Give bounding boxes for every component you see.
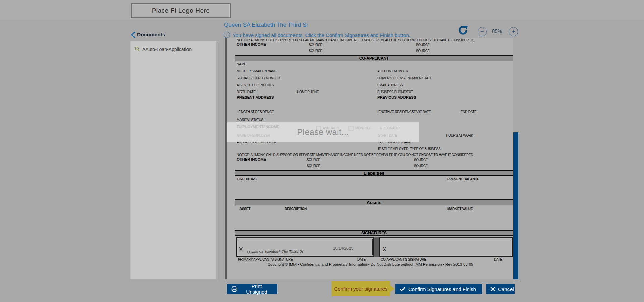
sidebar-item-auto-loan-application[interactable]: AAuto-Loan-Application <box>131 44 218 55</box>
confirm-signatures-finish-button[interactable]: Confirm Signatures and Finish <box>395 284 482 294</box>
field-label: DRIVER'S LICENSE NUMBER/STATE <box>377 76 432 80</box>
co-applicant-signature-box[interactable]: X <box>379 237 513 257</box>
recipient-name: Queen SA Elizabeth The Third Sr <box>224 22 308 28</box>
confirm-finish-label: Confirm Signatures and Finish <box>408 286 476 292</box>
column-header: DESCRIPTION <box>285 207 307 211</box>
zoom-in-button[interactable]: + <box>509 27 518 36</box>
field-label: IF SELF EMPLOYED, TYPE OF BUSINESS <box>378 147 440 151</box>
print-unsigned-label: Print Unsigned <box>240 283 273 295</box>
cancel-label: Cancel <box>498 286 514 292</box>
field-label: MOTHER'S MAIDEN NAME <box>237 69 277 73</box>
field-label: HOME PHONE <box>297 90 319 94</box>
signature-x-mark: X <box>239 247 243 253</box>
tooltip-arrow <box>390 285 394 292</box>
info-message: You have signed all documents. Click the… <box>233 32 410 38</box>
column-header: PRESENT BALANCE <box>447 177 479 181</box>
source-label: SOURCE <box>416 49 430 53</box>
document-page: NOTICE: ALIMONY, CHILD SUPPORT, OR SEPAR… <box>225 38 513 279</box>
section-header-liabilities: Liabilities <box>235 170 513 176</box>
present-address-heading: PRESENT ADDRESS <box>237 95 274 99</box>
info-icon: i <box>224 32 230 38</box>
confirm-signatures-tooltip: Confirm your signatures <box>332 281 390 296</box>
field-label: ACCOUNT NUMBER <box>377 69 408 73</box>
esign-screen: Place FI Logo Here Documents AAuto-Loan-… <box>0 0 644 302</box>
please-wait-text: Please wait... <box>297 127 349 137</box>
field-label: EMAIL ADDRESS <box>377 83 403 87</box>
search-icon <box>135 46 140 52</box>
other-income-heading: OTHER INCOME <box>237 157 266 161</box>
field-label: MARITAL STATUS: <box>237 118 264 122</box>
sidebar-scrollbar[interactable] <box>216 41 218 279</box>
field-label: LENGTH AT RESIDENCE <box>237 110 274 114</box>
please-wait-overlay: Please wait... <box>227 122 419 142</box>
documents-panel-title: Documents <box>137 32 165 38</box>
back-chevron-icon[interactable] <box>131 31 136 38</box>
source-label: SOURCE <box>309 49 322 53</box>
section-header-co-applicant: CO-APPLICANT <box>235 55 513 61</box>
print-unsigned-button[interactable]: Print Unsigned <box>227 284 278 294</box>
signature-caption: CO-APPLICANT'S SIGNATURE <box>381 258 426 261</box>
top-bar: Place FI Logo Here <box>0 0 644 21</box>
field-label: BIRTH DATE <box>237 90 256 94</box>
signature-caption: PRIMARY APPLICANT'S SIGNATURE <box>238 258 293 261</box>
source-label: SOURCE <box>307 164 320 168</box>
field-label: HOURS AT WORK <box>446 134 473 137</box>
zoom-level: 85% <box>492 28 502 34</box>
copyright-line: Copyright © IMM • Confidential and Propr… <box>227 262 513 266</box>
signature-x-mark: X <box>383 247 386 253</box>
column-header: ASSET <box>239 207 250 211</box>
close-x-icon <box>490 287 495 292</box>
zoom-out-button[interactable]: − <box>478 27 487 36</box>
column-header: MARKET VALUE <box>447 207 473 211</box>
other-income-heading: OTHER INCOME <box>237 42 266 46</box>
primary-signature-box[interactable]: X Queen SA Elizabeth The Third Sr 10/14/… <box>236 237 374 257</box>
fi-logo-placeholder: Place FI Logo Here <box>131 3 231 18</box>
cancel-button[interactable]: Cancel <box>486 284 515 294</box>
document-name: AAuto-Loan-Application <box>142 47 192 52</box>
field-label: LENGTH AT RESIDENCE: <box>377 110 415 114</box>
documents-sidebar: AAuto-Loan-Application <box>130 41 218 279</box>
source-label: SOURCE <box>414 164 428 168</box>
field-label: SOCIAL SECURITY NUMBER <box>237 76 280 80</box>
field-label: START DATE <box>412 110 431 114</box>
signed-name: Queen SA Elizabeth The Third Sr <box>247 250 303 254</box>
field-label: END DATE <box>461 110 476 114</box>
source-label: SOURCE <box>414 158 428 162</box>
notice-text: NOTICE: ALIMONY, CHILD SUPPORT, OR SEPAR… <box>237 153 474 157</box>
field-label: BUSINESS PHONE/EXT. <box>377 90 413 94</box>
section-header-assets: Assets <box>235 199 513 205</box>
signed-date: 10/14/2025 <box>333 246 353 251</box>
signature-box-divider <box>374 237 379 257</box>
date-caption: DATE <box>494 258 502 261</box>
refresh-icon[interactable] <box>458 25 468 36</box>
tooltip-text: Confirm your signatures <box>334 286 387 292</box>
source-label: SOURCE <box>416 43 430 47</box>
source-label: SOURCE <box>309 43 322 47</box>
printer-icon <box>231 286 237 292</box>
source-label: SOURCE <box>307 158 320 162</box>
document-scrollbar[interactable] <box>513 132 518 279</box>
section-header-signatures: SIGNATURES <box>235 230 513 236</box>
date-caption: DATE <box>357 258 366 261</box>
field-label: AGES OF DEPENDENTS <box>237 83 274 87</box>
field-label: NAME <box>237 62 246 66</box>
notice-text: NOTICE: ALIMONY, CHILD SUPPORT, OR SEPAR… <box>237 38 474 42</box>
previous-address-heading: PREVIOUS ADDRESS <box>377 95 416 99</box>
checkmark-icon <box>400 287 406 291</box>
column-header: CREDITORS <box>237 177 256 181</box>
